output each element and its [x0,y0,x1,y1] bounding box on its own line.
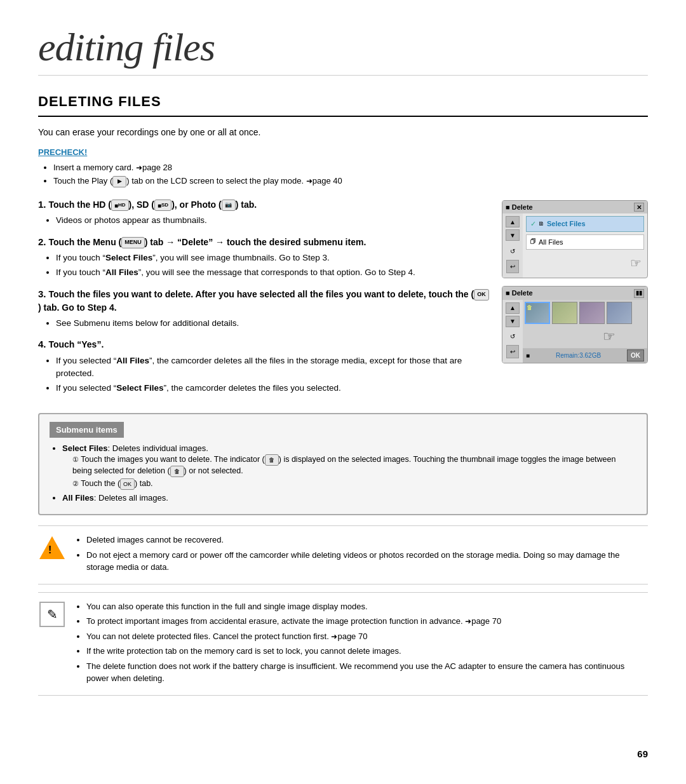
ui-screen-2-titlebar: ■ Delete ▮▮ [502,287,647,300]
hand-cursor-icon: ☞ [526,253,644,273]
warning-list: Deleted images cannot be recovered. Do n… [74,534,648,574]
select-files-icon: 🗎 [539,220,544,229]
ui-thumb-section: 🗑 [523,300,647,363]
note-list: You can also operate this function in th… [74,600,648,685]
ui-status-bar: ■ Remain:3.62GB OK [523,348,647,363]
pencil-icon: ✎ [47,605,58,624]
step-1-header: 1. Touch the HD (■HD), SD (■SD), or Phot… [38,198,489,212]
submenu-box: Submenu items Select Files: Deletes indi… [38,413,648,516]
ui-nav-down-1[interactable]: ▼ [506,229,520,241]
warning-content: Deleted images cannot be recovered. Do n… [74,534,648,576]
steps-column: 1. Touch the HD (■HD), SD (■SD), or Phot… [38,198,489,403]
step-4: 4. Touch “Yes”. If you selected “All Fil… [38,337,489,395]
ui-screen-2-title: ■ Delete [506,288,533,299]
delete-mark-icon: 🗑 [527,304,532,313]
note-box: ✎ You can also operate this function in … [38,592,648,696]
ui-screen-2-body: ▲ ▼ ↺ ↩ 🗑 [502,300,647,363]
ui-ok-button[interactable]: OK [627,349,644,362]
step-4-sublist: If you selected “All Files”, the camcord… [38,355,489,395]
precheck-section: PRECHECK! Insert a memory card. ➜page 28… [38,145,648,187]
step-1: 1. Touch the HD (■HD), SD (■SD), or Phot… [38,198,489,227]
ui-thumb-2[interactable] [552,302,577,324]
ui-screen-2: ■ Delete ▮▮ ▲ ▼ ↺ ↩ [502,286,648,363]
step-3-sublist: See Submenu items below for additional d… [38,317,489,330]
step-3: 3. Touch the files you want to delete. A… [38,287,489,330]
ui-nav-col-2: ▲ ▼ ↺ ↩ [502,300,523,363]
thumb-image-2 [553,302,577,323]
submenu-title: Submenu items [50,422,124,438]
warning-item-2: Do not eject a memory card or power off … [86,549,648,574]
submenu-list: Select Files: Deletes individual images.… [50,443,636,504]
screenshots-column: ■ Delete ✕ ▲ ▼ ↺ ↩ ✓ 🗎 Select Files [502,198,648,403]
precheck-label: PRECHECK! [38,146,87,159]
ui-screen-1-body: ▲ ▼ ↺ ↩ ✓ 🗎 Select Files 🗍 All [502,213,647,278]
warning-icon [38,534,66,562]
ui-screen-1: ■ Delete ✕ ▲ ▼ ↺ ↩ ✓ 🗎 Select Files [502,200,648,279]
step-3-sub-1: See Submenu items below for additional d… [56,317,489,330]
note-item-2: To protect important images from acciden… [86,615,648,628]
section-title: DELETING FILES [38,91,648,117]
ui-menu-col-1: ✓ 🗎 Select Files 🗍 All Files ☞ [523,213,647,278]
ui-menu-select-files[interactable]: ✓ 🗎 Select Files [526,216,644,232]
step-4-header: 4. Touch “Yes”. [38,337,489,352]
warning-box: Deleted images cannot be recovered. Do n… [38,525,648,585]
ui-nav-col-1: ▲ ▼ ↺ ↩ [502,213,523,278]
step-1-sublist: Videos or photos appear as thumbnails. [38,214,489,227]
ui-back-btn-2[interactable]: ↩ [506,345,519,358]
submenu-all-files: All Files: Deletes all images. [62,492,636,504]
ui-nav-down-2[interactable]: ▼ [506,316,520,327]
precheck-list: Insert a memory card. ➜page 28 Touch the… [38,161,648,187]
note-item-1: You can also operate this function in th… [86,600,648,613]
step-4-sub-1: If you selected “All Files”, the camcord… [56,355,489,381]
step-2-sub-2: If you touch “All Files”, you will see t… [56,266,489,279]
checkmark-icon: ✓ [530,219,536,229]
remain-text: Remain:3.62GB [556,351,601,360]
hand-cursor-icon-2: ☞ [603,326,615,347]
remain-icon: ■ [526,351,530,360]
ui-screen-1-title: ■ Delete [506,202,533,213]
submenu-select-files: Select Files: Deletes individual images.… [62,443,636,490]
thumb-image-3 [580,302,604,323]
ui-nav-up-1[interactable]: ▲ [506,216,520,227]
page-number: 69 [637,747,648,762]
ui-thumb-3[interactable] [579,302,605,324]
submenu-select-notes: ① Touch the images you want to delete. T… [62,454,636,490]
submenu-note-2: ② Touch the (OK) tab. [72,478,636,490]
ui-thumb-4[interactable] [607,302,632,324]
step-2-sublist: If you touch “Select Files”, you will se… [38,252,489,280]
ui-back-btn-1[interactable]: ↩ [506,260,519,273]
note-item-5: The delete function does not work if the… [86,660,648,685]
step-1-sub-1: Videos or photos appear as thumbnails. [56,214,489,227]
precheck-item-2: Touch the Play (▶) tab on the LCD screen… [53,175,648,187]
all-files-label: All Files [539,237,563,248]
ui-nav-up-2[interactable]: ▲ [506,302,520,314]
ui-screen-2-controls: ▮▮ [634,289,644,298]
step-4-sub-2: If you selected “Select Files”, the camc… [56,382,489,395]
step-2-sub-1: If you touch “Select Files”, you will se… [56,252,489,264]
note-content: You can also operate this function in th… [74,600,648,687]
ui-thumb-1[interactable]: 🗑 [525,302,550,324]
note-icon: ✎ [38,600,66,628]
note-icon-box: ✎ [39,602,65,627]
precheck-item-1: Insert a memory card. ➜page 28 [53,161,648,174]
ui-screen-1-titlebar: ■ Delete ✕ [502,201,647,214]
ui-thumb-area: 🗑 [523,300,647,348]
note-item-3: You can not delete protected files. Canc… [86,630,648,643]
submenu-note-1: ① Touch the images you want to delete. T… [72,454,636,477]
thumb-image-4 [607,302,631,323]
step-2: 2. Touch the Menu (MENU) tab → “Delete” … [38,235,489,280]
note-item-4: If the write protection tab on the memor… [86,645,648,658]
select-files-label: Select Files [547,219,586,229]
ui-menu-all-files[interactable]: 🗍 All Files [526,234,644,250]
warning-item-1: Deleted images cannot be recovered. [86,534,648,546]
warning-triangle [39,536,65,559]
all-files-icon: 🗍 [530,238,536,247]
ui-close-btn-1[interactable]: ✕ [634,203,644,212]
battery-icon: ▮▮ [634,289,644,298]
page-title: editing files [38,25,648,69]
step-2-header: 2. Touch the Menu (MENU) tab → “Delete” … [38,235,489,250]
step-3-header: 3. Touch the files you want to delete. A… [38,287,489,315]
description-text: You can erase your recordings one by one… [38,126,648,139]
